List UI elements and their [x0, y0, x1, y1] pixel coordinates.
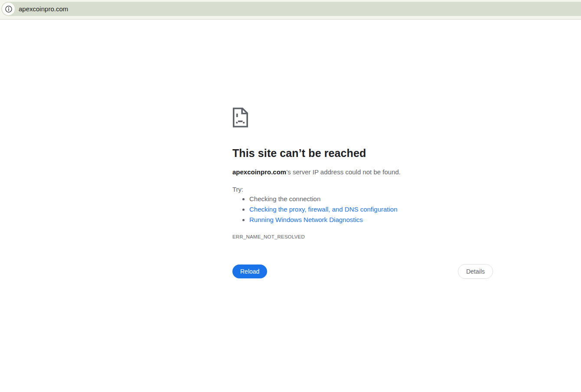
suggestion-text-connection: Checking the connection [249, 195, 320, 203]
reload-button[interactable]: Reload [232, 265, 267, 278]
suggestion-item: Running Windows Network Diagnostics [249, 216, 398, 223]
error-page: This site can’t be reached apexcoinpro.c… [0, 20, 581, 392]
details-button[interactable]: Details [458, 264, 493, 279]
actions-row: Reload Details [232, 264, 493, 279]
suggestion-list: Checking the connection Checking the pro… [232, 196, 398, 227]
error-description-rest: ’s server IP address could not be found. [286, 168, 401, 176]
sad-file-icon [232, 108, 248, 127]
suggestion-item: Checking the proxy, firewall, and DNS co… [249, 206, 398, 213]
suggestion-item: Checking the connection [249, 196, 398, 203]
error-domain: apexcoinpro.com [232, 168, 286, 176]
url-text[interactable]: apexcoinpro.com [19, 5, 68, 13]
error-code: ERR_NAME_NOT_RESOLVED [232, 234, 305, 239]
suggestion-link-network-diagnostics[interactable]: Running Windows Network Diagnostics [249, 216, 363, 223]
error-description: apexcoinpro.com’s server IP address coul… [232, 168, 401, 176]
address-bar[interactable]: apexcoinpro.com [1, 2, 581, 16]
browser-toolbar: apexcoinpro.com [0, 0, 581, 20]
suggestion-link-proxy-firewall-dns[interactable]: Checking the proxy, firewall, and DNS co… [249, 206, 398, 213]
error-title: This site can’t be reached [232, 147, 366, 160]
page-info-button[interactable] [2, 3, 15, 15]
info-icon [4, 5, 13, 13]
try-label: Try: [232, 186, 243, 193]
